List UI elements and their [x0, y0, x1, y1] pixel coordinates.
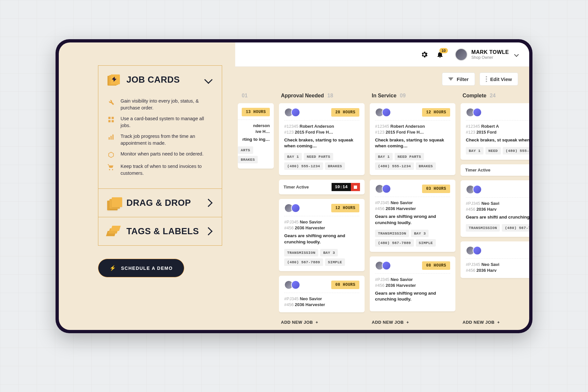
- accordion-item-drag-drop: DRAG & DROP: [98, 188, 222, 217]
- accordion-header-job-cards[interactable]: JOB CARDS: [98, 66, 222, 94]
- tag: NEED PARTS: [395, 153, 424, 160]
- card-header: 12 HOURS: [284, 204, 359, 216]
- tag: (480) 555-1234: [284, 162, 323, 170]
- job-description: Gears are shifting wrong and crunching l…: [375, 214, 450, 225]
- card-header: [466, 185, 529, 198]
- job-card[interactable]: 03 HOURS#PJ345 Neo Savior#456 2036 Harve…: [370, 180, 455, 252]
- notifications-badge: 10: [439, 48, 448, 53]
- vehicle-line: #456 2036 Harvester: [284, 225, 359, 230]
- tag: ARTS: [238, 146, 253, 154]
- add-job-button[interactable]: ADD NEW JOB +: [279, 317, 365, 328]
- user-role: Shop Owner: [471, 55, 509, 60]
- edit-view-label: Edit View: [490, 76, 512, 82]
- stop-icon[interactable]: [351, 183, 360, 191]
- feature-row: Keep track of when to send invoices to c…: [107, 163, 213, 177]
- avatar: [473, 185, 482, 194]
- accordion-title: DRAG & DROP: [126, 198, 200, 208]
- board-toolbar: Filter Edit View: [235, 67, 529, 90]
- user-name: MARK TOWLE: [471, 49, 509, 55]
- tag: (480) 567-7889: [284, 258, 323, 266]
- kanban-column: Approval Needed 1828 HOURS#12345 Robert …: [279, 90, 365, 328]
- notifications-button[interactable]: 10: [436, 51, 444, 58]
- job-card[interactable]: 13 HOURS nderson ive H…rting to ing…ARTS…: [238, 103, 274, 169]
- tag: (480) 555-123: [503, 147, 529, 155]
- tag: NEED: [485, 147, 501, 155]
- user-menu[interactable]: MARK TOWLE Shop Owner: [455, 48, 518, 61]
- cart-icon: [107, 163, 115, 172]
- column-header: Approval Needed 18: [279, 90, 365, 103]
- svg-rect-5: [110, 136, 111, 140]
- chevron-down-icon: [514, 52, 519, 57]
- timer-card: Timer Active10:14: [279, 180, 365, 194]
- timer-label: Timer Active: [284, 185, 309, 189]
- vehicle-line: ive H…: [238, 129, 270, 134]
- job-card[interactable]: 28 HOURS#12345 Robert Anderson#123 2015 …: [279, 103, 365, 175]
- accordion-header-drag-drop[interactable]: DRAG & DROP: [98, 189, 222, 217]
- add-job-button[interactable]: ADD NEW JOB +: [370, 317, 455, 328]
- job-description: Gears are shifti and crunching lo: [466, 214, 529, 220]
- tag: TRANSMISSION: [284, 249, 318, 256]
- column-count: 18: [327, 93, 333, 98]
- plus-icon: +: [497, 320, 500, 325]
- schedule-demo-button[interactable]: ⚡ SCHEDULE A DEMO: [98, 259, 184, 277]
- assignees: [466, 185, 482, 194]
- hours-badge: 12 HOURS: [422, 108, 450, 117]
- column-body: 28 HOURS#12345 Robert Anderson#123 2015 …: [279, 103, 365, 317]
- assignees: [466, 108, 482, 117]
- svg-rect-2: [108, 120, 111, 122]
- accordion-body: Gain visibility into every job, status, …: [98, 98, 222, 188]
- job-card[interactable]: 08 HOURS#PJ345 Neo Savior#456 2036 Harve…: [279, 276, 365, 312]
- accordion-header-tags-labels[interactable]: TAGS & LABELS: [98, 217, 222, 245]
- feature-row: Use a card-based system to manage all jo…: [107, 115, 213, 129]
- assignees: [284, 280, 300, 289]
- customer-line: #PJ345 Neo Savior: [284, 296, 359, 301]
- edit-view-button[interactable]: Edit View: [480, 73, 518, 86]
- column-body: 13 HOURS nderson ive H…rting to ing…ARTS…: [238, 103, 274, 328]
- plus-icon: +: [406, 320, 409, 325]
- more-icon: [486, 76, 487, 82]
- job-description: Gears are shifting wrong and crunching l…: [375, 290, 450, 302]
- filter-button[interactable]: Filter: [442, 73, 475, 86]
- customer-line: #PJ345 Neo Savior: [375, 277, 450, 282]
- timer-box[interactable]: 10:14: [332, 183, 360, 191]
- tag: BRAKES: [238, 156, 258, 163]
- kanban-board: 0113 HOURS nderson ive H…rting to ing…AR…: [235, 90, 529, 328]
- hours-badge: 08 HOURS: [422, 261, 450, 270]
- card-header: 08 HOURS: [375, 261, 450, 274]
- timer-value: 10:14: [332, 183, 351, 191]
- job-card[interactable]: 12 HOURS#PJ345 Neo Savior#456 2036 Harve…: [279, 199, 365, 271]
- job-card[interactable]: #12345 Robert A#123 2015 FordCheck brake…: [461, 103, 529, 160]
- customer-line: #12345 Robert Anderson: [284, 124, 359, 129]
- job-description: Check brakes, starting to squeak when co…: [284, 137, 359, 149]
- tag: BAY 1: [284, 153, 302, 160]
- feature-text: Keep track of when to send invoices to c…: [121, 163, 213, 177]
- customer-line: #PJ345 Neo Savi: [466, 262, 529, 267]
- chevron-right-icon: [204, 227, 212, 235]
- job-card[interactable]: 12 HOURS#12345 Robert Anderson#123 2015 …: [370, 103, 455, 175]
- package-icon: [107, 151, 115, 159]
- column-title: In Service: [372, 93, 397, 98]
- customer-line: #PJ345 Neo Savior: [375, 200, 450, 205]
- timer-label: Timer Active: [465, 168, 490, 172]
- tag-list: BAY 1NEED PARTS(480) 555-1234BRAKES: [375, 153, 450, 170]
- add-job-button[interactable]: ADD NEW JOB +: [461, 317, 529, 328]
- avatar: [291, 108, 300, 117]
- tag: (480) 567-7889: [375, 239, 414, 247]
- kanban-column: In Service 0912 HOURS#12345 Robert Ander…: [370, 90, 455, 328]
- customer-line: nderson: [238, 123, 270, 128]
- job-card[interactable]: #PJ345 Neo Savi#456 2036 Harv: [461, 241, 529, 278]
- card-header: 08 HOURS: [284, 280, 359, 293]
- tag-list: TRANSMISSION(480) 567-788: [466, 224, 529, 232]
- vehicle-line: #456 2036 Harv: [466, 268, 529, 273]
- feature-text: Monitor when parts need to be ordered.: [121, 151, 204, 159]
- column-count: 01: [242, 93, 248, 98]
- job-card[interactable]: 08 HOURS#PJ345 Neo Savior#456 2036 Harve…: [370, 256, 455, 311]
- avatar: [473, 108, 482, 117]
- settings-icon[interactable]: [420, 51, 428, 58]
- app-preview: 10 MARK TOWLE Shop Owner Filter Edit Vie…: [235, 42, 529, 330]
- job-description: Gears are shifting wrong and crunching l…: [284, 233, 359, 245]
- job-card[interactable]: #PJ345 Neo Savi#456 2036 HarvGears are s…: [461, 180, 529, 237]
- screen: JOB CARDS Gain visibility into every job…: [59, 42, 529, 330]
- tag: NEED PARTS: [304, 153, 333, 160]
- accordion: JOB CARDS Gain visibility into every job…: [98, 65, 222, 246]
